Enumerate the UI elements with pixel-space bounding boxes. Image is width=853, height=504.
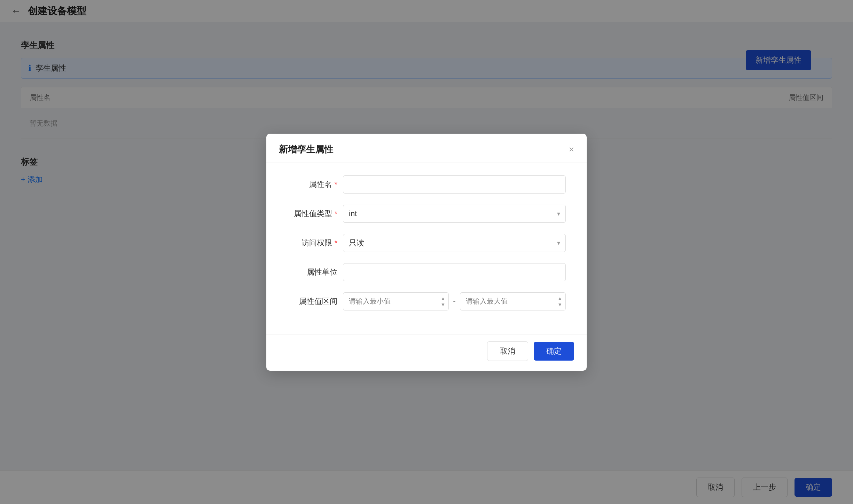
dialog-header: 新增孪生属性 × xyxy=(266,134,587,163)
attr-range-label: 属性值区间 xyxy=(287,296,343,307)
dialog-footer: 取消 确定 xyxy=(266,334,587,371)
min-value-input[interactable] xyxy=(343,292,449,310)
max-value-input[interactable] xyxy=(460,292,566,310)
attr-name-row: 属性名 xyxy=(287,175,566,194)
attr-range-control: ▲ ▼ - ▲ ▼ xyxy=(343,292,566,310)
max-up-button[interactable]: ▲ xyxy=(555,295,564,301)
attr-name-label: 属性名 xyxy=(287,179,343,190)
modal-overlay: 新增孪生属性 × 属性名 属性值类型 xyxy=(0,0,853,504)
attr-unit-label: 属性单位 xyxy=(287,267,343,277)
attr-range-row: 属性值区间 ▲ ▼ - xyxy=(287,292,566,310)
dialog-close-button[interactable]: × xyxy=(569,145,574,154)
attr-name-input[interactable] xyxy=(343,175,566,194)
max-down-button[interactable]: ▼ xyxy=(555,301,564,308)
min-up-button[interactable]: ▲ xyxy=(438,295,447,301)
access-row: 访问权限 只读 读写 ▾ xyxy=(287,234,566,252)
min-spinners: ▲ ▼ xyxy=(438,294,447,309)
add-twin-dialog: 新增孪生属性 × 属性名 属性值类型 xyxy=(266,134,587,371)
max-spinners: ▲ ▼ xyxy=(555,294,564,309)
attr-type-label: 属性值类型 xyxy=(287,208,343,219)
access-select-wrapper: 只读 读写 ▾ xyxy=(343,234,566,252)
attr-type-select[interactable]: int float string bool xyxy=(343,205,566,223)
range-wrapper: ▲ ▼ - ▲ ▼ xyxy=(343,292,566,310)
dialog-title: 新增孪生属性 xyxy=(279,143,333,156)
dialog-body: 属性名 属性值类型 int float string xyxy=(266,163,587,334)
access-select[interactable]: 只读 读写 xyxy=(343,234,566,252)
access-label: 访问权限 xyxy=(287,238,343,248)
attr-type-control: int float string bool ▾ xyxy=(343,205,566,223)
attr-name-control xyxy=(343,175,566,194)
background-page: ← 创建设备模型 孪生属性 ℹ 孪生属性 新增孪生属性 属性名 属性值区间 暂无… xyxy=(0,0,853,504)
min-down-button[interactable]: ▼ xyxy=(438,301,447,308)
min-value-wrapper: ▲ ▼ xyxy=(343,292,449,310)
dialog-cancel-button[interactable]: 取消 xyxy=(487,341,528,361)
attr-unit-input[interactable] xyxy=(343,263,566,281)
attr-unit-control xyxy=(343,263,566,281)
access-control: 只读 读写 ▾ xyxy=(343,234,566,252)
dialog-ok-button[interactable]: 确定 xyxy=(534,342,574,361)
attr-type-row: 属性值类型 int float string bool ▾ xyxy=(287,205,566,223)
attr-type-select-wrapper: int float string bool ▾ xyxy=(343,205,566,223)
max-value-wrapper: ▲ ▼ xyxy=(460,292,566,310)
attr-unit-row: 属性单位 xyxy=(287,263,566,281)
range-divider: - xyxy=(453,297,455,306)
